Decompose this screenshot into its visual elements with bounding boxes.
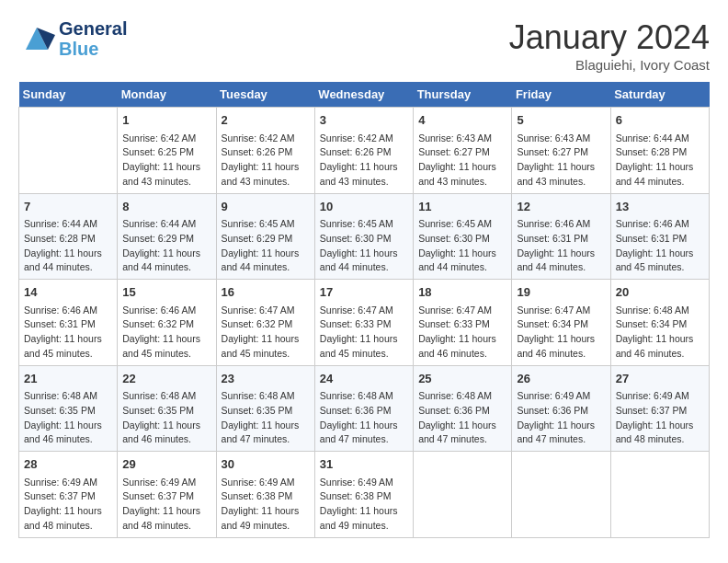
sunset-text: Sunset: 6:33 PM — [418, 318, 490, 329]
daylight-text: Daylight: 11 hours and 44 minutes. — [24, 247, 102, 273]
day-number: 2 — [222, 111, 310, 130]
sunset-text: Sunset: 6:30 PM — [418, 233, 490, 244]
day-number: 23 — [222, 370, 310, 388]
table-row: 3 Sunrise: 6:42 AM Sunset: 6:26 PM Dayli… — [314, 108, 413, 194]
logo-text-line2: Blue — [59, 39, 127, 59]
sunset-text: Sunset: 6:27 PM — [517, 146, 588, 157]
table-row: 21 Sunrise: 6:48 AM Sunset: 6:35 PM Dayl… — [19, 365, 118, 452]
logo-icon — [18, 20, 55, 57]
daylight-text: Daylight: 11 hours and 46 minutes. — [517, 333, 595, 359]
sunset-text: Sunset: 6:36 PM — [320, 405, 392, 416]
title-block: January 2024 Blaguiehi, Ivory Coast — [509, 18, 710, 73]
sunrise-text: Sunrise: 6:46 AM — [122, 304, 196, 316]
col-wednesday: Wednesday — [314, 82, 413, 108]
daylight-text: Daylight: 11 hours and 45 minutes. — [320, 333, 398, 359]
day-number: 1 — [122, 111, 210, 130]
calendar-week-row: 1 Sunrise: 6:42 AM Sunset: 6:25 PM Dayli… — [19, 108, 710, 194]
sunset-text: Sunset: 6:26 PM — [320, 146, 392, 157]
logo-text-line1: General — [59, 18, 127, 39]
sunrise-text: Sunrise: 6:45 AM — [320, 218, 393, 229]
calendar-table: Sunday Monday Tuesday Wednesday Thursday… — [18, 82, 710, 538]
sunset-text: Sunset: 6:35 PM — [122, 405, 194, 416]
table-row: 7 Sunrise: 6:44 AM Sunset: 6:28 PM Dayli… — [19, 193, 118, 280]
calendar-week-row: 7 Sunrise: 6:44 AM Sunset: 6:28 PM Dayli… — [19, 193, 710, 280]
sunset-text: Sunset: 6:27 PM — [418, 146, 490, 157]
sunrise-text: Sunrise: 6:49 AM — [24, 477, 97, 488]
day-number: 18 — [418, 283, 506, 302]
col-thursday: Thursday — [414, 82, 512, 108]
day-number: 14 — [24, 283, 112, 302]
daylight-text: Daylight: 11 hours and 44 minutes. — [222, 247, 300, 273]
daylight-text: Daylight: 11 hours and 45 minutes. — [122, 333, 200, 359]
daylight-text: Daylight: 11 hours and 44 minutes. — [517, 247, 595, 273]
sunset-text: Sunset: 6:25 PM — [122, 146, 194, 157]
table-row: 17 Sunrise: 6:47 AM Sunset: 6:33 PM Dayl… — [314, 280, 413, 366]
day-number: 11 — [418, 198, 506, 216]
sunrise-text: Sunrise: 6:47 AM — [222, 304, 295, 316]
sunrise-text: Sunrise: 6:49 AM — [122, 477, 196, 488]
daylight-text: Daylight: 11 hours and 44 minutes. — [122, 247, 200, 273]
table-row: 24 Sunrise: 6:48 AM Sunset: 6:36 PM Dayl… — [314, 365, 413, 452]
sunrise-text: Sunrise: 6:47 AM — [418, 304, 492, 316]
day-number: 16 — [222, 283, 310, 302]
sunrise-text: Sunrise: 6:45 AM — [222, 218, 295, 229]
sunrise-text: Sunrise: 6:49 AM — [517, 390, 590, 401]
sunrise-text: Sunrise: 6:49 AM — [222, 477, 295, 488]
month-title: January 2024 — [509, 18, 710, 57]
table-row: 4 Sunrise: 6:43 AM Sunset: 6:27 PM Dayli… — [414, 108, 512, 194]
sunrise-text: Sunrise: 6:48 AM — [616, 304, 689, 316]
col-friday: Friday — [512, 82, 610, 108]
col-saturday: Saturday — [610, 82, 709, 108]
sunset-text: Sunset: 6:29 PM — [222, 233, 293, 244]
sunrise-text: Sunrise: 6:42 AM — [122, 132, 196, 144]
sunset-text: Sunset: 6:37 PM — [616, 405, 688, 416]
sunrise-text: Sunrise: 6:42 AM — [222, 132, 295, 144]
sunset-text: Sunset: 6:38 PM — [222, 490, 293, 501]
col-tuesday: Tuesday — [216, 82, 314, 108]
daylight-text: Daylight: 11 hours and 49 minutes. — [320, 505, 398, 531]
daylight-text: Daylight: 11 hours and 48 minutes. — [24, 505, 102, 531]
day-number: 12 — [517, 198, 605, 216]
sunrise-text: Sunrise: 6:46 AM — [517, 218, 590, 229]
sunset-text: Sunset: 6:35 PM — [222, 405, 293, 416]
sunset-text: Sunset: 6:29 PM — [122, 233, 194, 244]
table-row: 14 Sunrise: 6:46 AM Sunset: 6:31 PM Dayl… — [19, 280, 118, 366]
table-row: 29 Sunrise: 6:49 AM Sunset: 6:37 PM Dayl… — [118, 452, 216, 538]
day-number: 6 — [616, 111, 704, 130]
sunrise-text: Sunrise: 6:46 AM — [616, 218, 689, 229]
day-number: 21 — [24, 370, 112, 388]
table-row — [610, 452, 709, 538]
sunset-text: Sunset: 6:32 PM — [122, 318, 194, 329]
table-row: 31 Sunrise: 6:49 AM Sunset: 6:38 PM Dayl… — [314, 452, 413, 538]
daylight-text: Daylight: 11 hours and 46 minutes. — [122, 419, 200, 445]
sunrise-text: Sunrise: 6:45 AM — [418, 218, 492, 229]
sunrise-text: Sunrise: 6:48 AM — [222, 390, 295, 401]
daylight-text: Daylight: 11 hours and 47 minutes. — [517, 419, 595, 445]
sunset-text: Sunset: 6:28 PM — [616, 146, 688, 157]
sunset-text: Sunset: 6:35 PM — [24, 405, 96, 416]
table-row: 10 Sunrise: 6:45 AM Sunset: 6:30 PM Dayl… — [314, 193, 413, 280]
table-row: 26 Sunrise: 6:49 AM Sunset: 6:36 PM Dayl… — [512, 365, 610, 452]
sunset-text: Sunset: 6:31 PM — [616, 233, 688, 244]
day-number: 28 — [24, 455, 112, 474]
sunrise-text: Sunrise: 6:43 AM — [418, 132, 492, 144]
sunrise-text: Sunrise: 6:49 AM — [616, 390, 689, 401]
calendar-week-row: 14 Sunrise: 6:46 AM Sunset: 6:31 PM Dayl… — [19, 280, 710, 366]
sunset-text: Sunset: 6:37 PM — [24, 490, 96, 501]
sunrise-text: Sunrise: 6:44 AM — [122, 218, 196, 229]
sunset-text: Sunset: 6:26 PM — [222, 146, 293, 157]
calendar-week-row: 28 Sunrise: 6:49 AM Sunset: 6:37 PM Dayl… — [19, 452, 710, 538]
day-number: 20 — [616, 283, 704, 302]
page-header: General Blue January 2024 Blaguiehi, Ivo… — [18, 18, 710, 73]
day-number: 10 — [320, 198, 408, 216]
table-row: 8 Sunrise: 6:44 AM Sunset: 6:29 PM Dayli… — [118, 193, 216, 280]
table-row — [19, 108, 118, 194]
table-row — [512, 452, 610, 538]
daylight-text: Daylight: 11 hours and 44 minutes. — [320, 247, 398, 273]
table-row: 19 Sunrise: 6:47 AM Sunset: 6:34 PM Dayl… — [512, 280, 610, 366]
daylight-text: Daylight: 11 hours and 43 minutes. — [517, 161, 595, 187]
table-row: 25 Sunrise: 6:48 AM Sunset: 6:36 PM Dayl… — [414, 365, 512, 452]
sunrise-text: Sunrise: 6:46 AM — [24, 304, 97, 316]
sunset-text: Sunset: 6:31 PM — [24, 318, 96, 329]
calendar-header-row: Sunday Monday Tuesday Wednesday Thursday… — [19, 82, 710, 108]
